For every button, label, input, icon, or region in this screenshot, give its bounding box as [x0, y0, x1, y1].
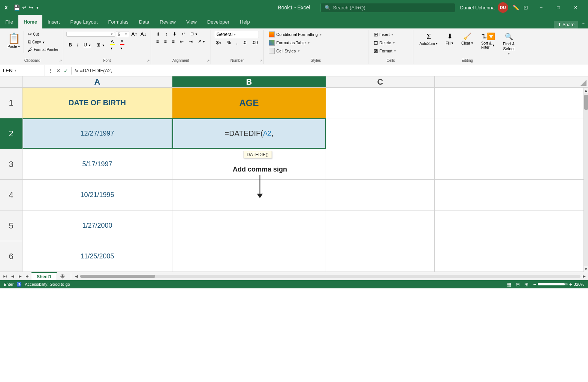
number-format-selector[interactable]: General ▼ — [214, 31, 259, 38]
view-page-break-icon[interactable]: ⊞ — [524, 282, 528, 287]
sheet-nav-last[interactable]: ⏭ — [24, 274, 31, 278]
cell-a3[interactable]: 5/17/1997 — [22, 149, 172, 179]
add-sheet-button[interactable]: ⊕ — [57, 273, 68, 280]
sort-filter-button[interactable]: ⇅🔽 Sort &Filter ▼ — [478, 31, 498, 51]
align-center-button[interactable]: ≡ — [162, 38, 169, 45]
find-select-button[interactable]: 🔍 Find &Select ▼ — [500, 31, 518, 57]
percent-button[interactable]: % — [224, 39, 233, 46]
delete-cells-button[interactable]: ⊟ Delete ▼ — [371, 39, 410, 46]
zoom-in-button[interactable]: + — [569, 281, 572, 287]
formula-bar-input[interactable]: fx =DATEDIF(A2, — [72, 65, 588, 76]
border-button[interactable]: ⊞ ▼ — [94, 41, 107, 48]
h-scroll-left-button[interactable]: ◀ — [74, 274, 79, 278]
wrap-text-button[interactable]: ↵ — [180, 31, 187, 37]
cell-a5[interactable]: 1/27/2000 — [22, 210, 172, 241]
share-button[interactable]: ⬆ Share — [554, 21, 578, 28]
zoom-slider[interactable] — [538, 283, 568, 285]
cell-b2[interactable]: =DATEDIF( A2 , DATEDIF() — [172, 118, 326, 149]
insert-cells-button[interactable]: ⊞ Insert ▼ — [371, 31, 410, 38]
cell-c2[interactable] — [326, 118, 435, 149]
row-number-5[interactable]: 5 — [0, 210, 22, 241]
cell-c3[interactable] — [326, 149, 435, 179]
cell-c4[interactable] — [326, 180, 435, 210]
column-header-b[interactable]: B — [172, 76, 326, 87]
tab-home[interactable]: Home — [18, 15, 42, 28]
cell-c1[interactable] — [326, 88, 435, 118]
clipboard-expand-button[interactable]: ↗ — [59, 59, 62, 63]
ribbon-collapse-button[interactable]: ⌃ — [581, 22, 586, 28]
conditional-formatting-button[interactable]: Conditional Formatting ▼ — [266, 31, 365, 38]
cell-a1[interactable]: DATE OF BIRTH — [22, 88, 172, 118]
vertical-scrollbar[interactable]: ▲ ▼ — [584, 88, 588, 272]
align-left-button[interactable]: ≡ — [154, 38, 161, 45]
font-color-button[interactable]: A ▼ — [118, 38, 127, 51]
tab-file[interactable]: File — [0, 15, 18, 28]
clear-button[interactable]: 🧹 Clear ▼ — [458, 31, 477, 47]
corner-cell[interactable] — [0, 76, 22, 87]
alignment-expand-button[interactable]: ↗ — [207, 59, 210, 63]
tab-data[interactable]: Data — [134, 15, 154, 28]
fill-button[interactable]: ⬇ Fill ▼ — [443, 31, 457, 47]
decrease-indent-button[interactable]: ⇤ — [178, 38, 186, 45]
font-size-selector[interactable]: 6 ▼ — [116, 31, 129, 37]
tab-review[interactable]: Review — [154, 15, 181, 28]
row-number-6[interactable]: 6 — [0, 241, 22, 272]
pen-icon[interactable]: ✏️ — [513, 4, 519, 10]
cell-a4[interactable]: 10/21/1995 — [22, 180, 172, 210]
save-icon[interactable]: 💾 — [13, 4, 20, 10]
align-middle-button[interactable]: ↕ — [163, 31, 170, 37]
increase-indent-button[interactable]: ⇥ — [187, 38, 195, 45]
row-number-2[interactable]: 2 — [0, 118, 22, 149]
user-avatar[interactable]: DU — [498, 2, 508, 13]
column-header-c[interactable]: C — [326, 76, 435, 87]
cell-styles-button[interactable]: Cell Styles ▼ — [266, 47, 365, 55]
format-as-table-button[interactable]: Format as Table ▼ — [266, 39, 365, 46]
view-layout-icon[interactable]: ⊟ — [516, 282, 520, 287]
cut-button[interactable]: ✂Cut — [26, 31, 60, 38]
close-button[interactable]: ✕ — [567, 0, 584, 15]
scroll-up-button[interactable]: ▲ — [584, 88, 588, 93]
merge-center-button[interactable]: ⊞ ▼ — [188, 31, 200, 37]
formula-more-icon[interactable]: ⋮ — [47, 67, 54, 75]
row-number-1[interactable]: 1 — [0, 88, 22, 118]
cell-b6[interactable] — [172, 241, 326, 272]
paste-button[interactable]: 📋 Paste ▼ — [4, 31, 24, 53]
italic-button[interactable]: I — [75, 42, 81, 48]
text-direction-button[interactable]: ↗ ▼ — [196, 38, 208, 45]
align-right-button[interactable]: ≡ — [170, 38, 177, 45]
tab-insert[interactable]: Insert — [42, 15, 65, 28]
cell-a2[interactable]: 12/27/1997 — [22, 118, 172, 149]
sheet-nav-first[interactable]: ⏮ — [1, 274, 9, 278]
cancel-formula-button[interactable]: ✕ — [55, 67, 61, 75]
search-box[interactable]: 🔍 Search (Alt+Q) — [320, 3, 455, 12]
cell-c5[interactable] — [326, 210, 435, 241]
maximize-button[interactable]: □ — [550, 0, 567, 15]
sheet-nav-next[interactable]: ▶ — [16, 274, 24, 278]
cell-b5[interactable] — [172, 210, 326, 241]
number-expand-button[interactable]: ↗ — [259, 59, 262, 63]
decrease-font-button[interactable]: A↓ — [139, 31, 147, 37]
font-name-selector[interactable]: ▼ — [66, 32, 115, 37]
format-painter-button[interactable]: 🖌Format Painter — [26, 46, 60, 53]
minimize-button[interactable]: – — [533, 0, 550, 15]
align-bottom-button[interactable]: ⬇ — [171, 31, 179, 37]
cell-b4[interactable] — [172, 180, 326, 210]
customize-qat-icon[interactable]: ▼ — [36, 6, 39, 10]
tab-page-layout[interactable]: Page Layout — [65, 15, 103, 28]
name-box[interactable]: LEN ▼ — [0, 65, 45, 76]
increase-decimal-button[interactable]: .00 — [250, 39, 260, 46]
comma-button[interactable]: , — [234, 39, 239, 46]
align-top-button[interactable]: ⬆ — [154, 31, 162, 37]
underline-button[interactable]: U ▼ — [81, 42, 93, 48]
tab-formulas[interactable]: Formulas — [103, 15, 134, 28]
row-number-3[interactable]: 3 — [0, 149, 22, 179]
scroll-thumb[interactable] — [584, 95, 588, 110]
sheet-nav-prev[interactable]: ◀ — [9, 274, 16, 278]
fill-color-button[interactable]: A ▼ — [108, 38, 117, 51]
increase-font-button[interactable]: A↑ — [130, 31, 138, 37]
autosum-button[interactable]: Σ AutoSum ▼ — [416, 31, 441, 47]
cell-c6[interactable] — [326, 241, 435, 272]
cell-b1[interactable]: AGE — [172, 88, 326, 118]
bold-button[interactable]: B — [66, 42, 74, 48]
format-cells-button[interactable]: ⊠ Format ▼ — [371, 47, 410, 55]
